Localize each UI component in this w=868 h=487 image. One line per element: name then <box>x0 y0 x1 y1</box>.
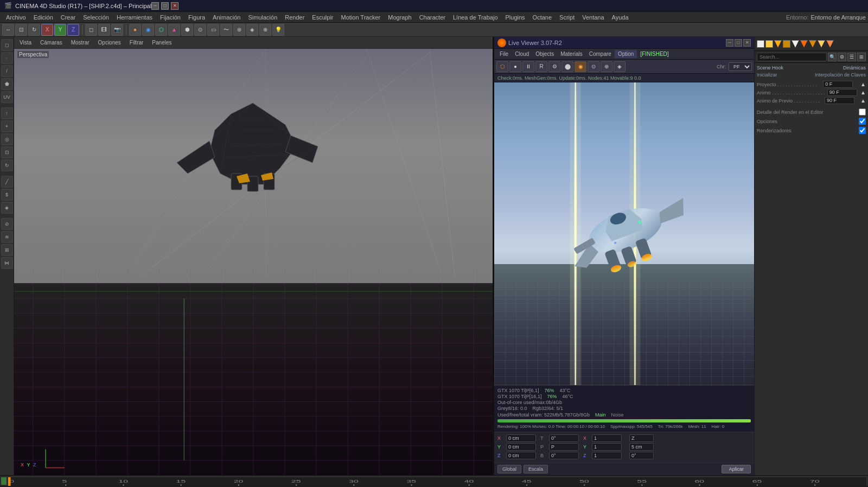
lv-chr-select[interactable]: PF LD HD <box>729 62 752 71</box>
settings-icon[interactable]: ⚙ <box>838 53 846 61</box>
menu-esculpir[interactable]: Esculpir <box>308 13 337 22</box>
inicializar-label[interactable]: Inicializar <box>757 72 777 78</box>
sidebar-tool-8[interactable]: ◈ <box>1 202 13 214</box>
transform-x-scale2[interactable]: Z <box>629 434 654 442</box>
tool-plane[interactable]: ▭ <box>207 24 219 36</box>
detalle-checkbox[interactable] <box>859 108 866 116</box>
vp-menu-paneles[interactable]: Paneles <box>150 39 174 47</box>
tool-cone[interactable]: ▲ <box>168 24 180 36</box>
transform-y-scale[interactable]: 1 <box>592 443 622 451</box>
menu-figura[interactable]: Figura <box>184 13 209 22</box>
tool-camera[interactable]: 📷 <box>111 24 123 36</box>
tool-spline[interactable]: 〜 <box>220 24 232 36</box>
menu-motion-tracker[interactable]: Motion Tracker <box>337 13 384 22</box>
menu-ayuda[interactable]: Ayuda <box>608 13 633 22</box>
global-btn[interactable]: Global <box>497 465 521 473</box>
animo-prev-input[interactable]: 90 F <box>825 97 854 104</box>
menu-render[interactable]: Render <box>281 13 308 22</box>
transform-z-rot[interactable]: 0° <box>549 452 579 459</box>
sidebar-tool-7[interactable]: $ <box>1 189 13 201</box>
menu-simulacion[interactable]: Simulación <box>244 13 281 22</box>
transform-z-scale2[interactable]: 0° <box>629 452 654 459</box>
lv-close-button[interactable]: ✕ <box>743 39 751 47</box>
animo-prev-arrow-up[interactable]: ▲ <box>860 98 866 104</box>
menu-plugins[interactable]: Plugins <box>502 13 529 22</box>
menu-crear[interactable]: Crear <box>57 13 80 22</box>
close-button[interactable]: ✕ <box>171 2 178 10</box>
proyecto-input[interactable]: 0 F <box>823 81 853 88</box>
lv-info-btn[interactable]: ⊙ <box>588 61 599 72</box>
sidebar-tool-9[interactable]: ⊘ <box>1 218 13 230</box>
vp-menu-mostrar[interactable]: Mostrar <box>69 39 92 47</box>
menu-fijacion[interactable]: Fijación <box>156 13 184 22</box>
lv-reload-btn[interactable]: R <box>535 61 547 72</box>
sidebar-mode-points[interactable]: · <box>1 52 13 64</box>
menu-octane[interactable]: Octane <box>529 13 556 22</box>
sidebar-mode-object[interactable]: ◻ <box>1 39 13 51</box>
sidebar-tool-4[interactable]: ⊡ <box>1 146 13 158</box>
timeline-bar[interactable]: 0 5 10 15 20 25 30 35 40 45 50 <box>0 475 868 486</box>
menu-script[interactable]: Script <box>556 13 578 22</box>
tool-film[interactable]: 🎞 <box>98 24 110 36</box>
timeline-track[interactable]: 0 5 10 15 20 25 30 35 40 45 50 <box>8 477 867 485</box>
lv-menu-file[interactable]: File <box>496 50 512 58</box>
opciones-checkbox[interactable] <box>859 118 866 125</box>
sidebar-mode-edges[interactable]: / <box>1 65 13 77</box>
tool-circle[interactable]: ● <box>129 24 141 36</box>
apply-btn[interactable]: Aplicar <box>722 465 751 473</box>
tool-field[interactable]: ⊕ <box>259 24 271 36</box>
vp-menu-vista[interactable]: Vista <box>17 39 34 47</box>
animo-arrow-up[interactable]: ▲ <box>860 89 866 95</box>
transform-y-rot[interactable]: P <box>549 443 579 451</box>
sidebar-tool-5[interactable]: ↻ <box>1 159 13 171</box>
lv-maximize-button[interactable]: □ <box>735 39 742 47</box>
list-icon[interactable]: ☰ <box>847 53 856 61</box>
transform-x-scale[interactable]: 1 <box>592 434 622 442</box>
menu-herramientas[interactable]: Herramientas <box>113 13 156 22</box>
sidebar-mode-uv[interactable]: UV <box>1 91 13 103</box>
viewport-3d[interactable]: Perspectiva X Y Z <box>14 49 493 475</box>
lv-ipr-btn[interactable]: ⬤ <box>561 61 573 72</box>
dinamicas-label[interactable]: Dinámicas <box>843 65 866 71</box>
transform-z-pos[interactable]: 0 cm <box>506 452 536 459</box>
menu-ventana[interactable]: Ventana <box>578 13 608 22</box>
minimize-button[interactable]: ─ <box>151 2 159 10</box>
transform-y-scale2[interactable]: 5 cm <box>629 443 654 451</box>
menu-edicion[interactable]: Edición <box>30 13 57 22</box>
lv-cam-btn[interactable]: ◈ <box>614 61 626 72</box>
expand-icon[interactable]: ⊞ <box>857 53 866 61</box>
tool-deform[interactable]: ◈ <box>246 24 258 36</box>
lv-menu-finished[interactable]: [FINISHED] <box>637 50 672 58</box>
noise-tab[interactable]: Noise <box>611 412 624 418</box>
animo-input[interactable]: 90 F <box>827 89 857 96</box>
vp-menu-filtrar[interactable]: Filtrar <box>127 39 146 47</box>
tool-z[interactable]: Z <box>67 24 79 36</box>
sidebar-tool-12[interactable]: ⋈ <box>1 257 13 269</box>
interpolacion-label[interactable]: Interpolación de Claves <box>815 72 866 78</box>
search-input[interactable] <box>757 53 827 61</box>
menu-mograph[interactable]: Mograph <box>384 13 415 22</box>
tool-x[interactable]: X <box>41 24 53 36</box>
menu-linea-trabajo[interactable]: Línea de Trabajo <box>449 13 502 22</box>
tool-torus[interactable]: ⊙ <box>194 24 206 36</box>
lv-pause-btn[interactable]: ⏸ <box>522 61 534 72</box>
lv-settings-btn[interactable]: ⚙ <box>548 61 560 72</box>
transform-x-rot[interactable]: 0° <box>549 434 579 442</box>
tool-cube[interactable]: ⬡ <box>155 24 167 36</box>
scene-hook-label[interactable]: Scene Hook <box>757 65 783 71</box>
lv-menu-objects[interactable]: Objects <box>532 50 557 58</box>
vp-menu-camaras[interactable]: Cámaras <box>38 39 65 47</box>
lv-render-btn[interactable]: ● <box>509 61 521 72</box>
search-icon[interactable]: 🔍 <box>828 53 837 61</box>
lv-active-btn[interactable]: ◉ <box>575 61 586 72</box>
tool-scale[interactable]: ⊡ <box>15 24 27 36</box>
tool-sphere[interactable]: ◉ <box>142 24 154 36</box>
transform-z-scale[interactable]: 1 <box>592 452 622 459</box>
sidebar-tool-11[interactable]: ⊞ <box>1 244 13 256</box>
tool-cylinder[interactable]: ⬢ <box>181 24 193 36</box>
tool-object-mode[interactable]: ◻ <box>85 24 97 36</box>
lv-menu-cloud[interactable]: Cloud <box>512 50 532 58</box>
tool-y[interactable]: Y <box>54 24 66 36</box>
tool-move[interactable]: ↔ <box>2 24 14 36</box>
renderizadores-checkbox[interactable] <box>859 127 866 134</box>
